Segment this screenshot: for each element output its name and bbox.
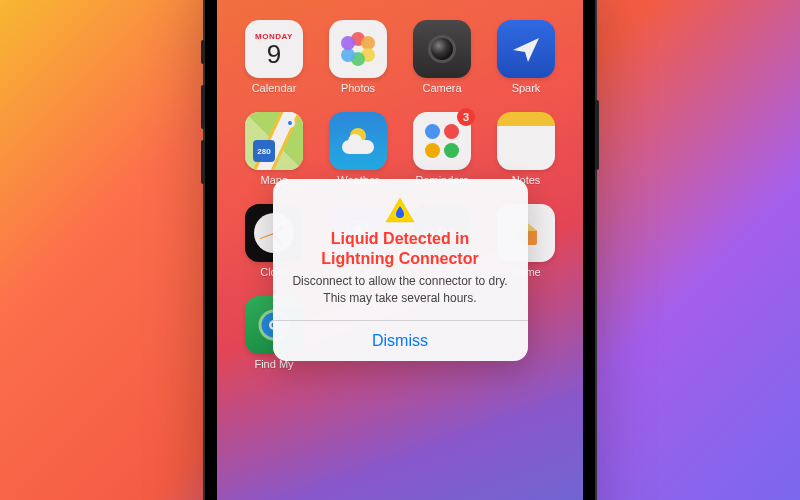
power-button: [595, 100, 599, 170]
mute-switch: [201, 40, 205, 64]
alert-message: Disconnect to allow the connector to dry…: [289, 273, 512, 305]
volume-up-button: [201, 85, 205, 129]
alert-backdrop: Liquid Detected in Lightning Connector D…: [217, 0, 583, 500]
phone-screen: 12:44 MONDAY 9 Calendar: [217, 0, 583, 500]
iphone-frame: 12:44 MONDAY 9 Calendar: [205, 0, 595, 500]
liquid-detected-alert: Liquid Detected in Lightning Connector D…: [273, 179, 528, 360]
liquid-warning-icon: [289, 197, 512, 223]
dismiss-button[interactable]: Dismiss: [273, 321, 528, 361]
alert-title: Liquid Detected in Lightning Connector: [289, 229, 512, 269]
volume-down-button: [201, 140, 205, 184]
